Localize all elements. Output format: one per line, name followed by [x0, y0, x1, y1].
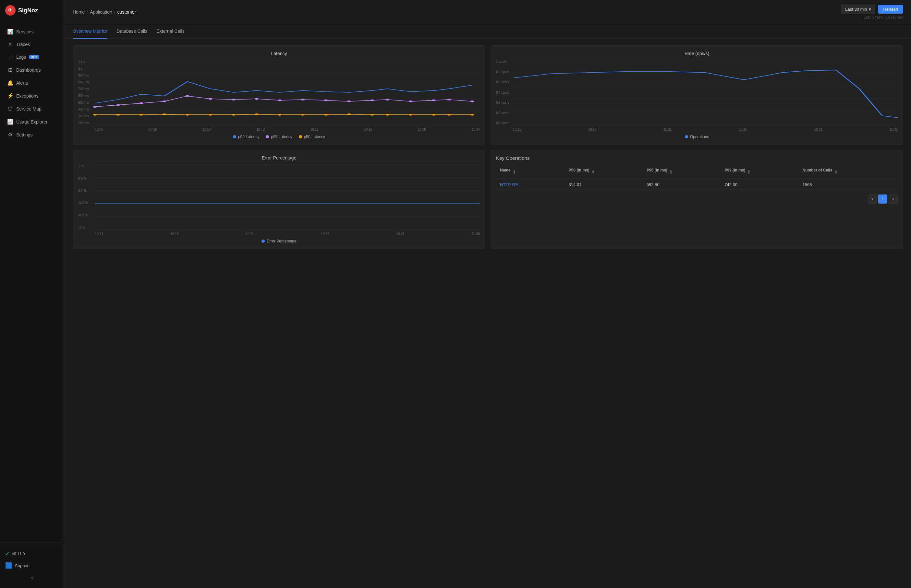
prev-page-button[interactable]: <: [868, 194, 877, 204]
col-header-name[interactable]: Name ▲▼: [496, 165, 565, 178]
p50-cell: 314.01: [565, 178, 643, 191]
time-selector-label: Last 30 min: [845, 7, 867, 12]
x-axis-label: 10:06: [95, 128, 103, 131]
error-chart-area: 1 %0.6 %0.2 %-0.2 %-0.6 %-1 % 10:1110:16…: [78, 164, 480, 236]
version-check-icon: ✓: [5, 551, 10, 557]
svg-point-31: [254, 113, 259, 115]
y-axis-label: -0.6 %: [78, 213, 94, 217]
y-axis-label: 600 ms: [78, 94, 94, 98]
col-header-p99[interactable]: P99 (in ms) ▲▼: [721, 165, 798, 178]
x-axis-label: 10:10: [149, 128, 157, 131]
traces-icon: ≡: [7, 42, 13, 47]
latency-y-axis: 1.1 s1 s900 ms800 ms700 ms600 ms500 ms40…: [78, 60, 94, 125]
sidebar-item-logs[interactable]: ≡ Logs Beta: [2, 51, 63, 63]
x-axis-label: 10:21: [246, 232, 254, 236]
breadcrumb-current: customer: [117, 10, 136, 15]
svg-point-26: [139, 114, 143, 116]
y-axis-label: 1 s: [78, 67, 94, 70]
exceptions-icon: ⚡: [7, 93, 13, 99]
y-axis-label: 0.4 ops/s: [496, 121, 512, 125]
services-icon: 📊: [7, 29, 13, 35]
chevron-down-icon: ▾: [869, 7, 871, 12]
p95-cell: 592.80: [643, 178, 721, 191]
col-header-calls[interactable]: Number of Calls ▲▼: [799, 165, 898, 178]
support-item[interactable]: 🟦 Support: [0, 559, 65, 572]
sidebar-item-dashboards[interactable]: ⊞ Dashboards: [2, 63, 63, 76]
x-axis-label: 10:16: [588, 128, 596, 131]
latency-chart-area: 1.1 s1 s900 ms800 ms700 ms600 ms500 ms40…: [78, 60, 480, 131]
y-axis-label: 0.8 ops/s: [496, 81, 512, 84]
content-area: Latency 1.1 s1 s900 ms800 ms700 ms600 ms…: [65, 39, 911, 588]
tab-overview[interactable]: Overview Metrics: [73, 24, 107, 39]
nav-label-services: Services: [16, 29, 34, 34]
x-axis-label: 10:11: [513, 128, 521, 131]
tab-database[interactable]: Database Calls: [117, 24, 147, 39]
x-axis-label: 10:18: [257, 128, 265, 131]
x-axis-label: 10:21: [663, 128, 671, 131]
legend-item: Operations: [685, 134, 709, 139]
time-selector[interactable]: Last 30 min ▾: [841, 5, 875, 14]
sidebar-item-settings[interactable]: ⚙ Settings: [2, 128, 63, 141]
current-page-button[interactable]: 1: [878, 194, 887, 204]
pagination: < 1 >: [496, 194, 898, 204]
y-axis-label: 700 ms: [78, 87, 94, 91]
error-chart-inner: [95, 164, 480, 229]
y-axis-label: 1.1 s: [78, 60, 94, 63]
breadcrumb-sep-2: /: [114, 10, 115, 15]
legend-item: p50 Latency: [299, 134, 325, 139]
svg-point-37: [386, 114, 389, 116]
svg-point-15: [301, 99, 305, 100]
rate-chart-inner: [513, 60, 898, 125]
header: Home / Application / customer Last 30 mi…: [65, 0, 911, 24]
sidebar-item-alerts[interactable]: 🔔 Alerts: [2, 76, 63, 89]
nav-label-alerts: Alerts: [16, 81, 28, 86]
nav-items: 📊 Services ≡ Traces ≡ Logs Beta⊞ Dashboa…: [0, 21, 65, 544]
svg-point-33: [301, 114, 305, 116]
next-page-button[interactable]: >: [888, 194, 898, 204]
sort-icon: ▲▼: [592, 170, 594, 175]
key-operations-table: Name ▲▼P50 (in ms) ▲▼P95 (in ms) ▲▼P99 (…: [496, 165, 898, 191]
refresh-button[interactable]: Refresh: [878, 5, 903, 14]
breadcrumb-home[interactable]: Home: [73, 10, 85, 15]
x-axis-label: 10:26: [321, 232, 329, 236]
legend-item: p99 Latency: [233, 134, 259, 139]
svg-point-30: [232, 114, 235, 116]
latency-chart-title: Latency: [78, 51, 480, 56]
sidebar-item-services[interactable]: 📊 Services: [2, 25, 63, 38]
svg-point-18: [370, 100, 374, 102]
svg-point-6: [93, 106, 97, 108]
sort-icon: ▲▼: [748, 170, 751, 175]
rate-x-axis: 10:1110:1610:2110:2610:3110:36: [513, 128, 898, 131]
slack-icon: 🟦: [5, 562, 12, 569]
operation-name-cell[interactable]: HTTP GE...: [496, 178, 565, 191]
svg-point-12: [232, 99, 235, 100]
support-label: Support: [15, 563, 30, 568]
collapse-button[interactable]: <: [0, 572, 65, 584]
latency-chart-inner: [95, 60, 480, 125]
tab-external[interactable]: External Calls: [156, 24, 184, 39]
y-axis-label: 500 ms: [78, 101, 94, 104]
svg-point-9: [162, 100, 167, 102]
y-axis-label: -0.2 %: [78, 201, 94, 205]
header-right: Last 30 min ▾ Refresh Last refresh - 16 …: [841, 5, 903, 19]
sidebar-item-service-map[interactable]: ⬡ Service Map: [2, 102, 63, 115]
svg-point-36: [370, 114, 374, 116]
sidebar-item-traces[interactable]: ≡ Traces: [2, 38, 63, 50]
x-axis-label: 10:31: [396, 232, 405, 236]
legend-item: p95 Latency: [266, 134, 292, 139]
logo-text: SigNoz: [18, 7, 38, 14]
y-axis-label: 0.9 ops/s: [496, 70, 512, 74]
y-axis-label: 400 ms: [78, 108, 94, 111]
sidebar-item-usage-explorer[interactable]: 📈 Usage Explorer: [2, 115, 63, 128]
svg-point-23: [470, 100, 474, 102]
legend-label: Error Percentage: [267, 239, 296, 244]
rate-legend: Operations: [496, 134, 898, 139]
collapse-icon: <: [31, 575, 34, 581]
sidebar-item-exceptions[interactable]: ⚡ Exceptions: [2, 89, 63, 102]
rate-chart-area: 1 ops/s0.9 ops/s0.8 ops/s0.7 ops/s0.6 op…: [496, 60, 898, 131]
col-header-p50[interactable]: P50 (in ms) ▲▼: [565, 165, 643, 178]
breadcrumb-application[interactable]: Application: [90, 10, 112, 15]
col-header-p95[interactable]: P95 (in ms) ▲▼: [643, 165, 721, 178]
nav-label-dashboards: Dashboards: [16, 68, 41, 73]
y-axis-label: 0.7 ops/s: [496, 91, 512, 94]
